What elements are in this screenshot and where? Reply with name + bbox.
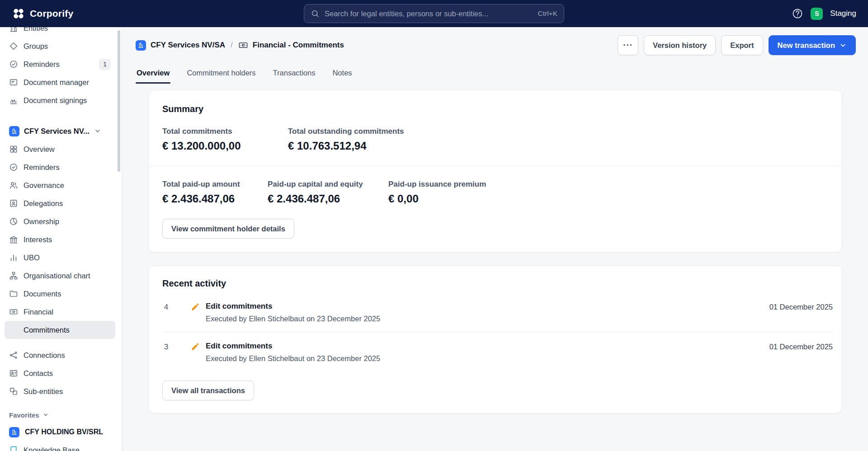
chevron-down-icon (839, 42, 847, 49)
summary-stats-row1: Total commitments € 13.200.000,00 Total … (162, 127, 828, 152)
page-header: CFY Services NV/SA / Financial - Commitm… (122, 27, 868, 55)
sub-entities-icon (9, 387, 18, 396)
breadcrumb-entity-link[interactable]: CFY Services NV/SA (136, 40, 225, 51)
stat-value: € 13.200.000,00 (162, 140, 288, 152)
stat-paid-up-issuance-premium: Paid-up issuance premium € 0,00 (388, 180, 828, 205)
avatar[interactable]: S (811, 8, 823, 20)
sidebar-item-organisational-chart[interactable]: Organisational chart (5, 267, 115, 285)
contact-card-icon (9, 369, 18, 378)
help-icon[interactable] (792, 8, 803, 19)
sidebar-item-contacts[interactable]: Contacts (5, 364, 115, 382)
topbar: Corporify Ctrl+K S Staging (0, 0, 868, 27)
activity-number: 3 (162, 342, 191, 351)
sidebar-item-label: Governance (24, 181, 64, 190)
stat-label: Paid-up issuance premium (388, 180, 828, 189)
sidebar-item-reminders[interactable]: Reminders 1 (5, 55, 115, 73)
sidebar: Entities Groups Reminders 1 Document man… (0, 27, 122, 451)
search-shortcut: Ctrl+K (538, 9, 558, 18)
brand[interactable]: Corporify (12, 7, 73, 20)
search-input[interactable] (325, 9, 533, 18)
sidebar-item-label: Ownership (24, 217, 59, 226)
network-icon (9, 351, 18, 360)
tab-transactions[interactable]: Transactions (272, 65, 316, 84)
main-content: CFY Services NV/SA / Financial - Commitm… (122, 27, 868, 451)
activity-title: Edit commitments (206, 342, 769, 351)
sidebar-item-entity-reminders[interactable]: Reminders (5, 158, 115, 176)
bar-chart-icon (9, 253, 18, 262)
sidebar-item-connections[interactable]: Connections (5, 346, 115, 364)
breadcrumb: CFY Services NV/SA / Financial - Commitm… (136, 40, 344, 51)
sidebar-item-commitments[interactable]: Commitments (5, 321, 115, 339)
version-history-button[interactable]: Version history (644, 35, 716, 55)
building-icon (9, 27, 18, 33)
sidebar-item-document-manager[interactable]: Document manager (5, 73, 115, 91)
sidebar-item-sub-entities[interactable]: Sub-entities (5, 382, 115, 400)
export-button[interactable]: Export (721, 35, 763, 55)
sidebar-item-label: Overview (24, 145, 55, 154)
more-options-dots: ... (623, 38, 633, 48)
tab-commitment-holders[interactable]: Commitment holders (186, 65, 256, 84)
sidebar-item-groups[interactable]: Groups (5, 37, 115, 55)
sidebar-item-interests[interactable]: Interests (5, 230, 115, 249)
entity-switcher-label: CFY Services NV... (24, 127, 90, 136)
tab-overview[interactable]: Overview (136, 65, 170, 84)
sidebar-item-label: Document manager (24, 78, 89, 87)
view-all-transactions-button[interactable]: View all transactions (162, 381, 254, 400)
sidebar-favorite-knowledge-base[interactable]: Knowledge Base (5, 441, 115, 451)
stat-total-outstanding-commitments: Total outstanding commitments € 10.763.5… (288, 127, 828, 152)
activity-text: Edit commitments Executed by Ellen Stich… (206, 342, 769, 363)
global-search[interactable]: Ctrl+K (304, 4, 564, 23)
breadcrumb-page-label: Financial - Commitments (253, 41, 344, 50)
groups-icon (9, 42, 18, 51)
sidebar-item-label: Sub-entities (24, 387, 63, 396)
stat-label: Total paid-up amount (162, 180, 268, 189)
sidebar-item-label: CFY HOLDING BV/SRL (25, 428, 103, 436)
sidebar-item-label: Interests (24, 235, 52, 244)
summary-stats-row2: Total paid-up amount € 2.436.487,06 Paid… (162, 180, 828, 205)
stat-total-paid-up-amount: Total paid-up amount € 2.436.487,06 (162, 180, 268, 205)
sidebar-item-overview[interactable]: Overview (5, 140, 115, 158)
sidebar-item-governance[interactable]: Governance (5, 176, 115, 194)
chevron-down-icon (94, 127, 101, 135)
sidebar-item-entities[interactable]: Entities (5, 27, 115, 37)
stat-label: Total commitments (162, 127, 288, 136)
sidebar-item-ubo[interactable]: UBO (5, 249, 115, 267)
banknote-icon (9, 307, 18, 316)
sidebar-item-label: Entities (24, 27, 48, 33)
sidebar-scrollbar-thumb[interactable] (118, 30, 120, 172)
stat-total-commitments: Total commitments € 13.200.000,00 (162, 127, 288, 152)
knowledge-base-icon (9, 446, 18, 451)
content-area: Summary Total commitments € 13.200.000,0… (122, 84, 868, 413)
sidebar-item-label: Document signings (24, 96, 87, 105)
sidebar-item-label: Organisational chart (24, 272, 90, 280)
summary-divider (149, 166, 842, 166)
brand-name: Corporify (30, 8, 73, 19)
sidebar-item-financial[interactable]: Financial (5, 303, 115, 321)
breadcrumb-entity-label: CFY Services NV/SA (151, 41, 225, 50)
sidebar-item-ownership[interactable]: Ownership (5, 212, 115, 230)
sidebar-entity-switcher[interactable]: CFY Services NV... (5, 122, 115, 140)
favorites-header[interactable]: Favorites (5, 409, 115, 421)
sidebar-item-documents[interactable]: Documents (5, 285, 115, 303)
activity-row[interactable]: 4 Edit commitments Executed by Ellen Sti… (162, 292, 833, 332)
activity-subtitle: Executed by Ellen Stichelbaut on 23 Dece… (206, 354, 769, 363)
tab-notes[interactable]: Notes (331, 65, 353, 84)
sidebar-item-label: Knowledge Base (24, 446, 80, 451)
new-transaction-button[interactable]: New transaction (769, 35, 856, 55)
bank-icon (9, 235, 18, 244)
sidebar-favorite-cfy-holding[interactable]: CFY HOLDING BV/SRL (5, 423, 115, 441)
stat-label: Paid-up capital and equity (268, 180, 388, 189)
sidebar-item-label: Reminders (24, 60, 60, 69)
activity-title: Edit commitments (206, 302, 769, 311)
stat-value: € 2.436.487,06 (162, 193, 268, 205)
activity-row[interactable]: 3 Edit commitments Executed by Ellen Sti… (162, 332, 833, 371)
folder-icon (9, 289, 18, 298)
sidebar-item-delegations[interactable]: Delegations (5, 194, 115, 212)
view-commitment-holder-details-button[interactable]: View commitment holder details (162, 219, 294, 239)
signature-icon (9, 96, 18, 105)
sidebar-item-label: Commitments (24, 326, 70, 334)
check-circle-icon (9, 163, 18, 172)
more-options-button[interactable]: ... (618, 35, 638, 55)
sidebar-item-document-signings[interactable]: Document signings (5, 91, 115, 109)
activity-date: 01 December 2025 (769, 302, 833, 311)
